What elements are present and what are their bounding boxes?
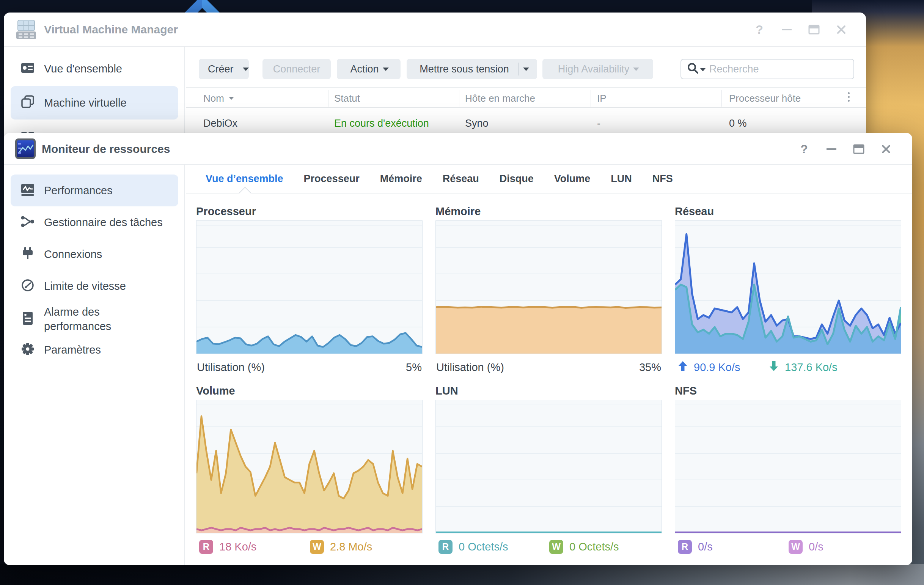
overview-icon	[20, 61, 35, 77]
memory-chart	[436, 220, 662, 354]
nfs-chart	[675, 400, 901, 534]
card-reseau: Réseau 90.9 Ko/s 137.6 Ko/s	[675, 205, 901, 220]
vmm-window-title: Virtual Machine Manager	[44, 23, 178, 36]
rm-sidebar-item-label: Paramètres	[44, 344, 101, 356]
resource-monitor-app-icon	[15, 138, 36, 161]
volume-chart	[196, 400, 422, 534]
stat-label: Utilisation (%)	[436, 359, 504, 376]
rm-minimize-button[interactable]	[825, 143, 838, 155]
action-button[interactable]: Action	[337, 59, 401, 79]
rm-help-button[interactable]: ?	[798, 143, 810, 155]
plug-icon	[20, 246, 35, 262]
card-title: Mémoire	[436, 205, 662, 220]
rm-sidebar-item-connections[interactable]: Connexions	[20, 242, 102, 266]
connect-button-label: Connecter	[264, 63, 330, 75]
tab-disk[interactable]: Disque	[500, 173, 534, 185]
vmm-close-button[interactable]	[835, 23, 848, 36]
column-label: Statut	[334, 93, 360, 104]
column-header-host[interactable]: Hôte en marche	[465, 88, 535, 109]
tab-memory[interactable]: Mémoire	[380, 173, 422, 185]
rm-sidebar-item-speed-limit[interactable]: Limite de vitesse	[20, 274, 126, 298]
tab-lun[interactable]: LUN	[610, 173, 632, 185]
tab-cpu[interactable]: Processeur	[304, 173, 360, 185]
resource-monitor-window: Moniteur de ressources ? Performances	[4, 133, 912, 565]
write-badge: W	[310, 540, 324, 554]
network-chart	[675, 220, 901, 354]
rm-titlebar[interactable]: Moniteur de ressources ?	[4, 133, 912, 165]
high-availability-button[interactable]: High Availability	[543, 59, 653, 79]
rm-sidebar-item-performance-alarm[interactable]: Alarme des performances	[20, 298, 172, 340]
vmm-app-icon	[15, 18, 37, 42]
vmm-titlebar[interactable]: Virtual Machine Manager ?	[4, 13, 866, 47]
card-nfs: NFS R 0/s W 0/s	[675, 385, 901, 400]
high-availability-button-label: High Availability	[549, 63, 634, 75]
vmm-help-button[interactable]: ?	[753, 23, 766, 36]
vmm-sidebar-item-virtual-machine[interactable]: Machine virtuelle	[11, 86, 178, 119]
read-badge: R	[439, 540, 452, 554]
desktop: Virtual Machine Manager ? Vue d'ensemble	[0, 0, 924, 585]
sort-caret-icon	[229, 97, 234, 100]
connect-button[interactable]: Connecter	[262, 59, 331, 79]
write-badge: W	[789, 540, 803, 554]
lun-chart	[436, 400, 662, 534]
card-memoire: Mémoire Utilisation (%) 35%	[436, 205, 662, 220]
column-options-icon[interactable]	[848, 92, 850, 102]
rm-sidebar-item-task-manager[interactable]: Gestionnaire des tâches	[20, 210, 163, 235]
rm-tabs: Vue d’ensemble Processeur Mémoire Réseau…	[186, 165, 912, 193]
download-arrow-icon	[769, 360, 779, 374]
tab-network[interactable]: Réseau	[443, 173, 479, 185]
task-manager-icon	[20, 214, 35, 230]
column-header-ip[interactable]: IP	[597, 88, 607, 109]
vmm-sidebar-item-label: Vue d'ensemble	[44, 63, 122, 75]
stat-label: Utilisation (%)	[197, 359, 265, 376]
vmm-maximize-button[interactable]	[808, 23, 820, 36]
tab-nfs[interactable]: NFS	[652, 173, 673, 185]
search-filter-arrow[interactable]	[700, 68, 706, 71]
search-icon	[686, 62, 700, 76]
write-value: 0/s	[808, 540, 823, 553]
column-label: Hôte en marche	[465, 93, 535, 104]
column-header-status[interactable]: Statut	[334, 88, 360, 109]
vmm-window: Virtual Machine Manager ? Vue d'ensemble	[4, 13, 866, 138]
vmm-sidebar-item-overview[interactable]: Vue d'ensemble	[20, 56, 122, 81]
card-volume: Volume R 18 Ko/s W 2.8 Mo/s	[196, 385, 422, 400]
card-processeur: Processeur Utilisation (%) 5%	[196, 205, 422, 220]
upload-arrow-icon	[678, 360, 688, 374]
gauge-icon	[20, 278, 35, 294]
read-value: 0 Octets/s	[459, 540, 508, 553]
rm-sidebar-item-settings[interactable]: Paramètres	[20, 338, 101, 362]
write-value: 2.8 Mo/s	[330, 540, 372, 553]
power-on-button[interactable]: Mettre sous tension	[407, 59, 537, 79]
vmm-minimize-button[interactable]	[780, 23, 793, 36]
power-on-button-label: Mettre sous tension	[411, 63, 518, 75]
virtual-machine-icon	[20, 95, 35, 111]
rm-sidebar-item-label: Gestionnaire des tâches	[44, 216, 163, 229]
card-title: Processeur	[196, 205, 422, 220]
card-lun: LUN R 0 Octets/s W 0 Octets/s	[436, 385, 662, 400]
create-button[interactable]: Créer	[199, 59, 249, 79]
rm-sidebar-item-label: Performances	[44, 184, 113, 197]
column-header-cpu[interactable]: Processeur hôte	[729, 88, 801, 109]
rm-close-button[interactable]	[879, 143, 893, 155]
card-title: Volume	[196, 385, 422, 400]
alarm-log-icon	[20, 311, 35, 327]
read-badge: R	[678, 540, 692, 554]
vmm-sidebar: Vue d'ensemble Machine virtuelle	[4, 47, 185, 138]
search-input[interactable]	[710, 63, 823, 75]
tab-overview[interactable]: Vue d’ensemble	[206, 173, 283, 185]
rm-maximize-button[interactable]	[852, 143, 865, 155]
power-on-dropdown-arrow[interactable]	[519, 59, 533, 79]
create-dropdown-arrow[interactable]	[243, 59, 249, 79]
rm-sidebar-item-label: Limite de vitesse	[44, 280, 126, 292]
stat-value: 35%	[639, 359, 661, 376]
tab-volume[interactable]: Volume	[554, 173, 591, 185]
vmm-search-box[interactable]	[680, 59, 854, 79]
rm-content: Vue d’ensemble Processeur Mémoire Réseau…	[186, 165, 912, 565]
action-button-label: Action	[341, 63, 382, 75]
column-header-name[interactable]: Nom	[203, 88, 234, 109]
rm-window-title: Moniteur de ressources	[42, 143, 170, 155]
read-value: 18 Ko/s	[219, 540, 256, 553]
rm-sidebar-item-performances[interactable]: Performances	[11, 175, 178, 207]
create-button-label: Créer	[199, 63, 243, 75]
column-label: Processeur hôte	[729, 93, 801, 104]
